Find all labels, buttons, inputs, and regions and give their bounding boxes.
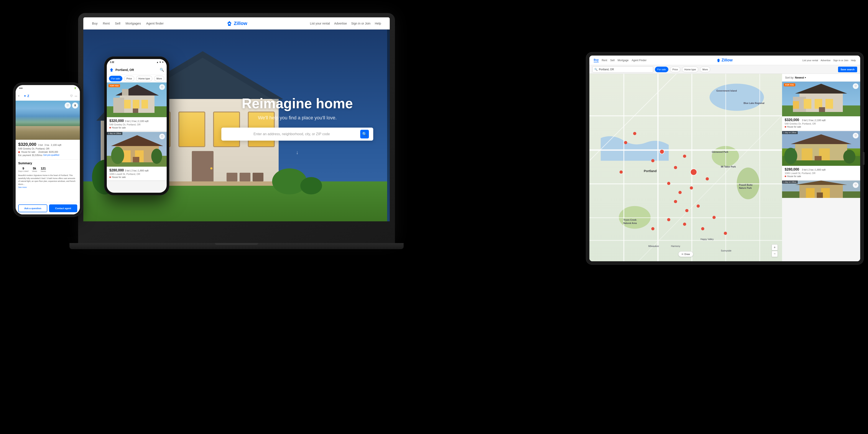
tablet-search-row: 🔍 Portland, OR For sale Price Home type … bbox=[589, 65, 860, 74]
phone-left-divider bbox=[16, 159, 80, 160]
phone-center-filter-more[interactable]: More bbox=[154, 76, 164, 82]
laptop-logo[interactable]: Zillow bbox=[226, 21, 247, 27]
svg-point-67 bbox=[674, 166, 677, 169]
tablet-save-search-button[interactable]: Save search bbox=[838, 67, 857, 72]
phone-center-listing-1-heart[interactable]: ♡ bbox=[159, 84, 165, 90]
phone-center-listing-2-heart[interactable]: ♡ bbox=[159, 134, 165, 139]
tablet-nav-rent[interactable]: Rent bbox=[602, 59, 607, 62]
tablet-listing-3-heart[interactable]: ♡ bbox=[853, 182, 859, 188]
laptop-hero-content: Reimagine home We'll help you find a pla… bbox=[221, 95, 373, 155]
tablet-listing-2-beds: 3 bd | 2 ba | 1,800 sqft bbox=[802, 168, 826, 171]
tablet-list-rental[interactable]: List your rental bbox=[803, 59, 818, 62]
phone-left-back-btn[interactable]: ‹ bbox=[18, 94, 23, 98]
laptop-nav-mortgages[interactable]: Mortgages bbox=[126, 22, 141, 25]
tablet-signin[interactable]: Sign in or Join bbox=[833, 59, 848, 62]
svg-rect-52 bbox=[589, 183, 782, 184]
phone-center-listings: FOR YOU ♡ $320,000 3 bd | 3 ba | 2,100 s… bbox=[107, 83, 167, 181]
phone-center-listing-2-price: $280,000 bbox=[110, 168, 124, 172]
phone-center-search-icon[interactable]: 🔍 bbox=[160, 68, 164, 72]
tablet-filter-more[interactable]: More bbox=[700, 67, 710, 72]
tablet-logo[interactable]: Zillow bbox=[716, 58, 733, 62]
laptop-nav-agent[interactable]: Agent finder bbox=[146, 22, 164, 25]
tablet-listing-2-image: 1 day on Zillow ♡ bbox=[782, 131, 860, 166]
phone-left-prequalify-link[interactable]: Get pre-qualified bbox=[43, 154, 59, 156]
laptop-signin[interactable]: Sign in or Join bbox=[351, 22, 370, 25]
phone-center-listing-2-info: $280,000 3 bd | 2 ba | 1,800 sqft 1065 L… bbox=[107, 167, 167, 180]
phone-left-heart-icon[interactable]: ♡ bbox=[70, 94, 73, 98]
phone-left-ask-question-button[interactable]: Ask a question bbox=[18, 205, 47, 212]
tablet-nav-mortgage[interactable]: Mortgage bbox=[618, 59, 629, 62]
svg-point-66 bbox=[660, 149, 664, 154]
phone-center-listing-1-image: FOR YOU ♡ bbox=[107, 83, 167, 117]
phone-center-filter-forsale[interactable]: For sale bbox=[109, 76, 122, 82]
tablet-listing-2-heart[interactable]: ♡ bbox=[853, 133, 859, 138]
phone-left-beds: 3 bd bbox=[38, 144, 42, 146]
svg-point-72 bbox=[690, 186, 693, 190]
tablet-map-draw-button[interactable]: ✏ Draw bbox=[678, 251, 693, 257]
phone-left-baths: 3 ba bbox=[44, 144, 49, 146]
phone-left-stat-views: 5k Views bbox=[32, 167, 37, 172]
tablet-listing-card-3[interactable]: 1 day on Zillow ♡ bbox=[782, 181, 860, 198]
tablet-zoom-out-button[interactable]: − bbox=[772, 251, 778, 257]
svg-text:Mt Tabor Park: Mt Tabor Park bbox=[721, 165, 736, 168]
laptop-nav-buy[interactable]: Buy bbox=[92, 22, 98, 25]
phone-center-filter-hometype[interactable]: Home type bbox=[136, 76, 152, 82]
laptop-list-rental[interactable]: List your rental bbox=[310, 22, 330, 25]
tablet-listing-1-heart[interactable]: ♡ bbox=[853, 83, 859, 89]
svg-point-115 bbox=[843, 150, 856, 164]
tablet-help[interactable]: Help bbox=[851, 59, 856, 62]
phone-center-listing-1-price: $320,000 bbox=[110, 119, 124, 123]
phone-center-filter-price[interactable]: Price bbox=[124, 76, 134, 82]
tablet-listing-card-2[interactable]: 1 day on Zillow ♡ $280,000 3 bd | 2 ba |… bbox=[782, 131, 860, 180]
tablet-nav-sell[interactable]: Sell bbox=[610, 59, 615, 62]
tablet-search-box[interactable]: 🔍 Portland, OR bbox=[592, 66, 653, 72]
tablet-listing-2-img-bg bbox=[782, 131, 860, 166]
laptop-search-input[interactable]: Enter an address, neighborhood, city, or… bbox=[226, 132, 358, 136]
phone-left-heart-btn[interactable]: ♡ bbox=[65, 102, 71, 108]
tablet-home-button[interactable] bbox=[863, 152, 865, 165]
svg-text:Milwaukee: Milwaukee bbox=[648, 245, 659, 247]
tablet-nav-buy[interactable]: Buy bbox=[594, 58, 599, 62]
tablet-advertise[interactable]: Advertise bbox=[821, 59, 831, 62]
phone-left-content: ‹ Z ♡ ··· ♡ ⬆ bbox=[16, 91, 80, 214]
laptop-advertise[interactable]: Advertise bbox=[334, 22, 347, 25]
svg-rect-105 bbox=[793, 101, 799, 109]
tablet-zoom-in-button[interactable]: + bbox=[772, 244, 778, 250]
tablet-filter-price[interactable]: Price bbox=[670, 67, 680, 72]
svg-point-81 bbox=[712, 216, 716, 219]
laptop-search-icon: 🔍 bbox=[362, 132, 367, 136]
tablet-listing-card-1[interactable]: FOR YOU ♡ $320,000 3 bd | 3 ba | 2,100 s… bbox=[782, 82, 860, 130]
svg-rect-50 bbox=[589, 116, 782, 116]
phone-center-listing-2-address: 1065 Lowell St, Portland, OR bbox=[110, 173, 164, 175]
laptop-nav-rent[interactable]: Rent bbox=[103, 22, 110, 25]
laptop-help[interactable]: Help bbox=[375, 22, 381, 25]
tablet-sort-value[interactable]: Newest bbox=[795, 76, 804, 79]
phone-left-more-icon[interactable]: ··· bbox=[75, 94, 77, 98]
tablet-filter-forsale[interactable]: For sale bbox=[655, 67, 669, 72]
phone-center-status-bar: 1:22 ▲ ▼ ✦ bbox=[107, 59, 167, 65]
laptop-nav-sell[interactable]: Sell bbox=[115, 22, 120, 25]
phone-center-listing-2-img-bg bbox=[107, 132, 167, 167]
laptop-search-button[interactable]: 🔍 bbox=[360, 130, 369, 138]
svg-text:Government Island: Government Island bbox=[716, 90, 737, 92]
laptop-nav: Buy Rent Sell Mortgages Agent finder Zil… bbox=[83, 18, 390, 30]
phone-center-listing-2[interactable]: 1 day on Zillow ♡ $280,000 3 bd | 2 ba |… bbox=[107, 132, 167, 181]
phone-center-logo[interactable] bbox=[110, 68, 114, 72]
phone-left-see-more-link[interactable]: See more bbox=[16, 186, 80, 188]
svg-rect-113 bbox=[815, 156, 822, 160]
tablet-map[interactable]: Government Island Glenwood Park Blue Lak… bbox=[589, 74, 782, 261]
phone-center-listing-1[interactable]: FOR YOU ♡ $320,000 3 bd | 3 ba | 2,100 s… bbox=[107, 83, 167, 132]
svg-rect-33 bbox=[133, 100, 139, 108]
laptop-scroll-arrow[interactable]: ↓ bbox=[221, 149, 373, 155]
tablet-nav-agent[interactable]: Agent Finder bbox=[632, 59, 647, 62]
phone-left-contact-agent-button[interactable]: Contact agent bbox=[49, 205, 77, 212]
tablet-device: Buy Rent Sell Mortgage Agent Finder Zill… bbox=[586, 52, 864, 265]
tablet-listings-panel: Sort by: Newest ▾ bbox=[782, 74, 860, 261]
tablet-filter-hometype[interactable]: Home type bbox=[682, 67, 698, 72]
phone-left-saves-value: 121 bbox=[40, 167, 46, 170]
phone-left-frame: ●●● 🔋 ‹ Z ♡ ··· bbox=[13, 83, 83, 217]
phone-center-location: Portland, OR bbox=[116, 68, 134, 72]
svg-text:Sunnyside: Sunnyside bbox=[721, 250, 732, 252]
phone-left-share-btn[interactable]: ⬆ bbox=[72, 102, 78, 108]
svg-point-71 bbox=[679, 191, 682, 194]
